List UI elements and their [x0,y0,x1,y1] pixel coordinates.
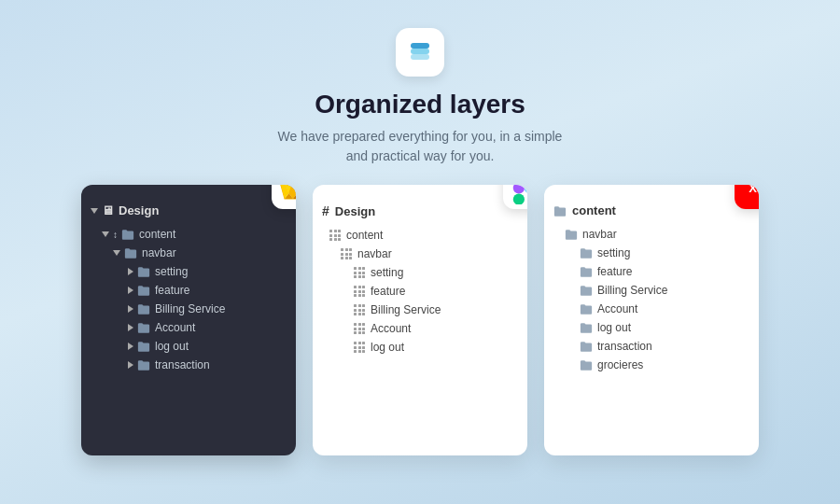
xd-setting-row: setting [544,244,759,262]
figma-content-label: content [346,229,383,242]
sketch-navbar-row: navbar [81,244,296,262]
xd-feature-label: feature [597,265,632,278]
figma-feature-label: feature [371,285,405,298]
figma-account-label: Account [371,322,411,335]
figma-logout-row: log out [313,338,527,357]
sketch-transaction-row: transaction [81,356,296,374]
xd-setting-label: setting [597,246,630,259]
svg-rect-2 [411,43,429,49]
xd-grocieres-row: grocieres [544,356,759,374]
figma-setting-label: setting [371,266,403,279]
xd-feature-row: feature [544,262,759,281]
sketch-content-label: content [139,228,175,241]
svg-rect-1 [411,49,429,54]
xd-billing-label: Billing Service [597,284,667,297]
figma-feature-row: feature [313,282,527,301]
app-icon [396,28,444,77]
xd-navbar-row: navbar [544,225,759,244]
figma-card-title: Design [335,204,375,218]
sketch-feature-row: feature [81,281,296,300]
xd-card: Xd content navbar setting feature Billin… [544,185,759,455]
figma-header-row: # Design [313,198,527,226]
sketch-account-row: Account [81,318,296,337]
svg-rect-0 [411,54,429,60]
sketch-logout-row: log out [81,337,296,356]
sketch-billing-label: Billing Service [155,302,225,315]
figma-dots-icon [329,230,341,241]
sketch-account-label: Account [155,321,195,334]
figma-setting-row: setting [313,263,527,282]
sketch-transaction-label: transaction [155,358,210,371]
figma-logout-label: log out [371,341,404,354]
figma-account-row: Account [313,319,527,338]
figma-navbar-row: navbar [313,245,527,263]
svg-point-19 [525,185,527,193]
page-title: Organized layers [0,90,840,119]
svg-rect-18 [513,193,525,204]
xd-billing-row: Billing Service [544,281,759,300]
xd-grocieres-folder [580,359,593,371]
figma-card: # Design content navbar [313,185,527,455]
figma-hash-icon: # [322,203,329,218]
sketch-setting-row: setting [81,262,296,281]
page-subtitle: We have prepared everything for you, in … [0,127,840,166]
figma-badge [503,185,527,209]
sketch-account-caret [128,324,133,331]
sketch-billing-caret [128,305,133,313]
xd-header-row: content [544,198,759,225]
figma-billing-label: Billing Service [371,303,441,316]
figma-content-row: content [313,226,527,245]
sketch-transaction-caret [128,361,133,369]
xd-navbar-label: navbar [582,228,617,241]
figma-setting-dots [354,267,365,278]
sketch-navbar-label: navbar [142,246,176,259]
xd-logout-label: log out [597,321,631,334]
xd-grocieres-label: grocieres [597,358,643,371]
svg-rect-17 [513,185,525,193]
figma-billing-dots [354,304,365,315]
sketch-header-row: 🖥 Design [81,198,296,225]
sketch-monitor-icon: 🖥 [102,203,114,217]
xd-folder-icon [553,205,567,217]
xd-transaction-label: transaction [597,340,652,353]
figma-navbar-dots [341,248,352,259]
xd-badge-text: Xd [749,185,759,195]
sketch-setting-label: setting [155,265,188,278]
xd-account-folder [580,303,593,315]
figma-account-dots [354,323,365,334]
xd-card-title: content [572,203,616,217]
sketch-card-title: Design [119,203,159,217]
sketch-feature-caret [128,287,133,294]
xd-billing-folder [580,285,593,296]
sketch-setting-caret [128,268,133,275]
sketch-badge [272,185,296,209]
sketch-caret-icon [91,208,98,214]
xd-badge: Xd [735,185,759,209]
xd-transaction-row: transaction [544,337,759,356]
xd-setting-folder [580,247,593,259]
sketch-card: 🖥 Design ↕ content navbar setting featur… [81,185,296,455]
xd-account-label: Account [597,302,637,315]
xd-logout-folder [580,322,593,333]
figma-logout-dots [354,342,365,353]
sketch-content-row: ↕ content [81,225,296,244]
figma-feature-dots [354,286,365,297]
sketch-feature-label: feature [155,284,189,297]
figma-billing-row: Billing Service [313,301,527,319]
page-header: Organized layers We have prepared everyt… [0,0,840,166]
xd-transaction-folder [580,341,593,352]
cards-container: 🖥 Design ↕ content navbar setting featur… [0,166,840,455]
xd-logout-row: log out [544,318,759,337]
sketch-navbar-caret [113,250,120,256]
sketch-content-caret [102,231,109,237]
figma-navbar-label: navbar [357,247,392,260]
sketch-logout-caret [128,343,133,350]
xd-navbar-folder [565,229,578,240]
sketch-billing-row: Billing Service [81,300,296,318]
xd-account-row: Account [544,300,759,318]
xd-feature-folder [580,266,593,277]
sketch-logout-label: log out [155,340,189,353]
